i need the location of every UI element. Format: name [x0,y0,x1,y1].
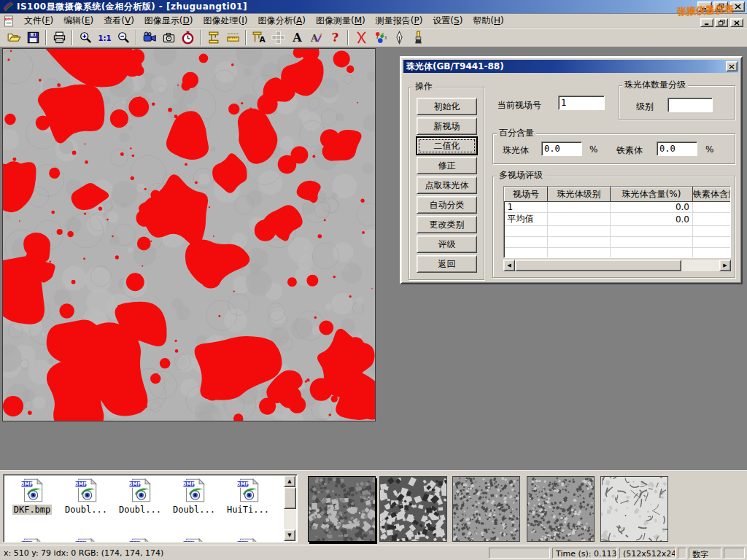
zoom-in-button[interactable] [76,29,95,47]
menu-help[interactable]: 帮助(H) [468,13,508,28]
close-button[interactable] [730,1,745,12]
menu-image-process[interactable]: 图像处理(I) [198,13,252,28]
capture-button[interactable] [159,29,178,47]
file-item[interactable]: BMP [167,536,221,542]
toolbar-separator [347,30,349,45]
mdi-close-icon [734,20,740,26]
op-button-4[interactable]: 修正 [417,157,477,174]
help-icon: ? [328,31,342,44]
file-item[interactable]: BMP [221,536,275,542]
scroll-right-arrow[interactable]: ▶ [719,260,731,271]
file-scroll-thumb[interactable] [284,487,296,509]
mdi-minimize-button[interactable] [700,18,713,27]
brush-button[interactable] [409,29,427,47]
text-edit-button[interactable]: A [306,29,325,47]
print-button[interactable] [50,29,69,47]
file-item[interactable]: BMPDoubl... [59,476,113,536]
scroll-up-arrow[interactable]: ▲ [284,475,295,487]
op-button-2[interactable]: 新视场 [417,117,477,135]
menu-edit[interactable]: 编辑(E) [58,13,98,28]
open-button[interactable] [4,29,23,47]
table-row[interactable]: 平均值0.0 [505,213,732,226]
file-item[interactable]: BMPDKF.bmp [5,476,59,536]
dialog-title-bar[interactable]: 珠光体(GB/T9441-88) [403,60,739,73]
table-horizontal-scrollbar[interactable]: ◀ ▶ [503,260,731,271]
window-title: IS100显微摄像系统(金相分析版) - [zhuguangti01] [17,1,247,13]
scroll-left-arrow[interactable]: ◀ [503,260,515,271]
restore-button[interactable] [713,1,728,12]
op-button-9[interactable]: 返回 [417,255,477,273]
menu-measure-report[interactable]: 测量报告(P) [371,13,428,28]
dialog-title: 珠光体(GB/T9441-88) [406,61,504,73]
zoom-out-button[interactable] [114,29,133,47]
file-list-scrollbar[interactable]: ▲ ▼ [284,475,296,541]
table-cell: 0.0 [611,213,693,226]
pen-button[interactable] [390,29,409,47]
op-button-1[interactable]: 初始化 [417,98,477,115]
dialog-close-button[interactable] [726,61,738,71]
scroll-thumb[interactable] [515,260,681,271]
file-item[interactable]: BMPDoubl... [113,476,167,536]
specimen-image-binarized[interactable] [2,48,376,421]
menu-items: 文件(F)编辑(E)查看(V)图像显示(D)图像处理(I)图像分析(A)图像测量… [19,13,509,28]
table-col-header[interactable]: 珠光体级别 [548,187,611,202]
mdi-close-button[interactable] [730,18,743,27]
menu-settings[interactable]: 设置(S) [427,13,468,28]
table-cell [548,226,611,237]
grade-level-input[interactable] [667,98,713,112]
table-cell [505,248,548,259]
menu-image-analysis[interactable]: 图像分析(A) [252,13,311,28]
table-col-header[interactable]: 珠光体含量(%) [611,187,693,202]
save-button[interactable] [23,29,42,47]
field-rating-table[interactable]: 视场号珠光体级别珠光体含量(%)铁素体含量(%)10.0平均值0.0 [503,186,731,258]
op-button-5[interactable]: 点取珠光体 [417,176,477,194]
file-item[interactable]: BMP [5,536,59,542]
text-button[interactable]: A [287,29,306,47]
measure-text-button[interactable]: A [249,29,268,47]
table-row[interactable]: 10.0 [505,202,732,213]
curve-button[interactable] [352,29,371,47]
thumbnail-coarse-patched[interactable] [379,476,447,542]
current-field-input[interactable] [558,96,605,110]
file-item[interactable]: BMPHuiTi... [221,476,275,536]
bmp-file-icon: BMP [74,478,99,503]
table-row[interactable] [505,248,732,259]
op-button-6[interactable]: 自动分类 [417,196,477,214]
pearlite-percent-input[interactable] [541,141,582,156]
scroll-down-arrow[interactable]: ▼ [284,529,295,541]
timer-button[interactable] [178,29,197,47]
grid-button[interactable] [268,29,287,47]
file-item[interactable]: BMPDoubl... [167,476,221,536]
file-item[interactable]: BMP [113,536,167,542]
table-col-header[interactable]: 铁素体含量(%) [693,187,732,202]
menu-file[interactable]: 文件(F) [19,13,58,28]
table-row[interactable] [505,237,732,248]
markers-button[interactable]: 23 [371,29,390,47]
video-camera-button[interactable] [140,29,159,47]
menu-image-measure[interactable]: 图像测量(M) [311,13,371,28]
minimize-button[interactable] [697,1,712,12]
table-row[interactable] [505,226,732,237]
menu-view[interactable]: 查看(V) [98,13,139,28]
caliper-button[interactable] [204,29,223,47]
help-button[interactable]: ? [325,29,344,47]
toolbar-separator [136,30,137,45]
file-item[interactable]: BMP [59,536,113,542]
percent-group-label: 百分含量 [497,128,536,138]
table-cell [548,202,611,213]
op-button-3[interactable]: 二值化 [417,137,477,155]
thumbnail-fine-speckled[interactable] [452,476,520,542]
ferrite-percent-input[interactable] [657,141,697,156]
mdi-restore-button[interactable] [715,18,728,27]
actual-size-button[interactable]: 1:1 [95,29,114,47]
op-button-8[interactable]: 评级 [417,236,477,253]
menu-image-display[interactable]: 图像显示(D) [139,13,198,28]
op-button-7[interactable]: 更改类别 [417,216,477,233]
pearlite-label: 珠光体 [503,144,529,157]
table-col-header[interactable]: 视场号 [505,187,548,202]
ruler-button[interactable] [223,29,242,47]
thumbnail-fine-speckled-2[interactable] [527,476,595,542]
thumbnail-light-flakes[interactable] [600,476,668,542]
thumbnail-dark-banded[interactable] [308,476,376,542]
svg-text:?: ? [331,31,338,44]
